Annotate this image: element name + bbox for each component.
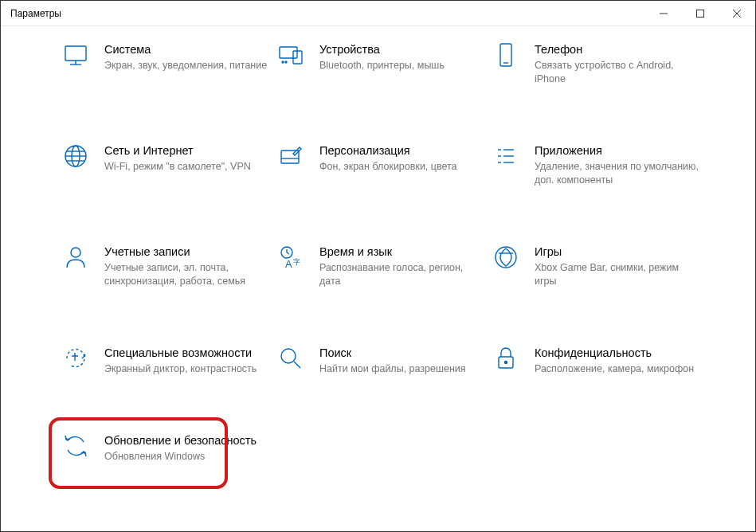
accessibility-icon: [61, 344, 90, 373]
svg-rect-4: [65, 46, 86, 61]
svg-point-37: [505, 361, 507, 363]
tile-devices[interactable]: Устройства Bluetooth, принтеры, мышь: [273, 37, 488, 89]
svg-line-35: [294, 362, 300, 368]
tile-subtitle: Расположение, камера, микрофон: [535, 362, 700, 376]
tile-title: Обновление и безопасность: [104, 433, 270, 448]
tile-search[interactable]: Поиск Найти мои файлы, разрешения: [273, 341, 488, 379]
svg-point-32: [496, 247, 516, 268]
devices-icon: [276, 41, 305, 69]
tile-privacy[interactable]: Конфиденциальность Расположение, камера,…: [488, 341, 703, 379]
tile-title: Система: [104, 42, 270, 57]
tile-subtitle: Wi-Fi, режим "в самолете", VPN: [104, 160, 270, 174]
minimize-button[interactable]: [645, 1, 682, 26]
tile-title: Приложения: [535, 143, 700, 158]
tile-subtitle: Фон, экран блокировки, цвета: [319, 160, 485, 174]
tile-personalization[interactable]: Персонализация Фон, экран блокировки, цв…: [273, 139, 488, 190]
settings-grid: Система Экран, звук, уведомления, питани…: [1, 26, 755, 483]
tile-title: Конфиденциальность: [535, 346, 700, 360]
tile-subtitle: Экран, звук, уведомления, питание: [104, 59, 270, 72]
tile-title: Специальные возможности: [104, 346, 270, 360]
tile-title: Телефон: [535, 42, 700, 57]
tile-network[interactable]: Сеть и Интернет Wi-Fi, режим "в самолете…: [58, 139, 273, 190]
svg-point-9: [282, 61, 284, 63]
tile-phone[interactable]: Телефон Связать устройство с Android, iP…: [488, 37, 703, 89]
search-icon: [276, 344, 305, 373]
tile-subtitle: Распознавание голоса, регион, дата: [319, 261, 485, 288]
gaming-icon: [492, 243, 520, 272]
svg-text:字: 字: [293, 258, 300, 266]
svg-point-26: [71, 248, 80, 257]
system-icon: [61, 41, 90, 69]
tile-subtitle: Bluetooth, принтеры, мышь: [319, 59, 485, 72]
tile-subtitle: Экранный диктор, контрастность: [104, 362, 270, 376]
tile-title: Поиск: [319, 346, 485, 360]
tile-system[interactable]: Система Экран, звук, уведомления, питани…: [58, 37, 273, 89]
apps-icon: [492, 142, 520, 170]
tile-title: Персонализация: [319, 143, 485, 158]
tile-title: Игры: [535, 244, 700, 259]
tile-title: Время и язык: [319, 244, 485, 259]
titlebar: Параметры: [1, 1, 755, 26]
maximize-button[interactable]: [682, 1, 719, 26]
svg-text:A: A: [285, 258, 292, 270]
tile-accessibility[interactable]: Специальные возможности Экранный диктор,…: [58, 341, 273, 379]
window-controls: [645, 1, 755, 26]
time-language-icon: A字: [276, 243, 305, 272]
tile-gaming[interactable]: Игры Xbox Game Bar, снимки, режим игры: [488, 240, 703, 291]
tile-subtitle: Xbox Game Bar, снимки, режим игры: [535, 261, 700, 288]
tile-subtitle: Учетные записи, эл. почта, синхронизация…: [104, 261, 270, 288]
svg-line-29: [287, 252, 289, 254]
svg-point-10: [285, 61, 287, 63]
accounts-icon: [61, 243, 90, 272]
tile-title: Сеть и Интернет: [104, 143, 270, 158]
lock-icon: [492, 344, 520, 373]
globe-icon: [61, 142, 90, 170]
svg-point-34: [281, 349, 296, 363]
tile-subtitle: Удаление, значения по умолчанию, доп. ко…: [535, 160, 700, 187]
close-button[interactable]: [719, 1, 755, 26]
personalization-icon: [276, 142, 305, 170]
tile-title: Учетные записи: [104, 244, 270, 259]
tile-apps[interactable]: Приложения Удаление, значения по умолчан…: [488, 139, 703, 190]
tile-update-security[interactable]: Обновление и безопасность Обновления Win…: [58, 428, 273, 467]
update-icon: [61, 432, 90, 460]
tile-title: Устройства: [319, 42, 485, 57]
tile-time-language[interactable]: A字 Время и язык Распознавание голоса, ре…: [273, 240, 488, 291]
svg-rect-7: [280, 47, 297, 58]
svg-rect-18: [281, 151, 299, 163]
svg-rect-1: [697, 10, 704, 18]
tile-subtitle: Обновления Windows: [104, 450, 270, 464]
tile-subtitle: Связать устройство с Android, iPhone: [535, 59, 700, 86]
window-title: Параметры: [10, 8, 61, 19]
tile-subtitle: Найти мои файлы, разрешения: [319, 362, 485, 376]
tile-accounts[interactable]: Учетные записи Учетные записи, эл. почта…: [58, 240, 273, 291]
phone-icon: [492, 41, 520, 69]
